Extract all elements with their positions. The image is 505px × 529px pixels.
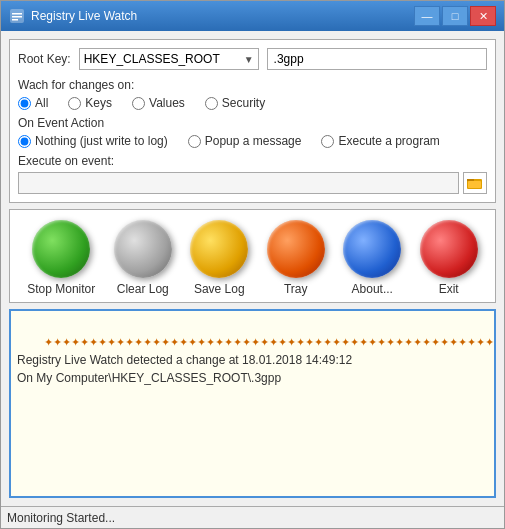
event-section: On Event Action Nothing (just write to l… (18, 116, 487, 148)
key-row: Root Key: HKEY_CLASSES_ROOT HKEY_CURRENT… (18, 48, 487, 70)
maximize-button[interactable]: □ (442, 6, 468, 26)
dropdown-arrow-icon: ▼ (240, 54, 258, 65)
log-line-1: Registry Live Watch detected a change at… (17, 353, 352, 367)
log-separator: ✦✦✦✦✦✦✦✦✦✦✦✦✦✦✦✦✦✦✦✦✦✦✦✦✦✦✦✦✦✦✦✦✦✦✦✦✦✦✦✦… (44, 336, 494, 348)
main-content: Root Key: HKEY_CLASSES_ROOT HKEY_CURRENT… (1, 31, 504, 506)
close-button[interactable]: ✕ (470, 6, 496, 26)
status-text: Monitoring Started... (7, 511, 115, 525)
clear-log-button[interactable] (114, 220, 172, 278)
event-label: On Event Action (18, 116, 487, 130)
execute-label: Execute on event: (18, 154, 487, 168)
tray-label: Tray (284, 282, 308, 296)
watch-section: Wach for changes on: All Keys Values (18, 78, 487, 110)
folder-icon (467, 176, 483, 190)
svg-rect-3 (12, 19, 18, 21)
settings-panel: Root Key: HKEY_CLASSES_ROOT HKEY_CURRENT… (9, 39, 496, 203)
svg-rect-1 (12, 13, 22, 15)
log-content[interactable]: ✦✦✦✦✦✦✦✦✦✦✦✦✦✦✦✦✦✦✦✦✦✦✦✦✦✦✦✦✦✦✦✦✦✦✦✦✦✦✦✦… (11, 311, 494, 496)
save-log-button[interactable] (190, 220, 248, 278)
save-log-group: Save Log (190, 220, 248, 296)
clear-log-group: Clear Log (114, 220, 172, 296)
minimize-button[interactable]: — (414, 6, 440, 26)
exit-button[interactable] (420, 220, 478, 278)
event-execute[interactable]: Execute a program (321, 134, 439, 148)
tray-button[interactable] (267, 220, 325, 278)
watch-values[interactable]: Values (132, 96, 185, 110)
watch-keys[interactable]: Keys (68, 96, 112, 110)
exit-label: Exit (439, 282, 459, 296)
window-controls: — □ ✕ (414, 6, 496, 26)
title-bar: Registry Live Watch — □ ✕ (1, 1, 504, 31)
buttons-panel: Stop Monitor Clear Log Save Log Tray Abo… (9, 209, 496, 303)
svg-rect-2 (12, 16, 22, 18)
app-icon (9, 8, 25, 24)
execute-input[interactable] (18, 172, 459, 194)
exit-group: Exit (420, 220, 478, 296)
window-title: Registry Live Watch (31, 9, 414, 23)
browse-button[interactable] (463, 172, 487, 194)
tray-group: Tray (267, 220, 325, 296)
event-options: Nothing (just write to log) Popup a mess… (18, 134, 487, 148)
about-group: About... (343, 220, 401, 296)
about-label: About... (352, 282, 393, 296)
main-window: Registry Live Watch — □ ✕ Root Key: HKEY… (0, 0, 505, 529)
status-bar: Monitoring Started... (1, 506, 504, 528)
watch-all[interactable]: All (18, 96, 48, 110)
execute-section: Execute on event: (18, 154, 487, 194)
svg-rect-6 (468, 181, 481, 188)
watch-security[interactable]: Security (205, 96, 265, 110)
execute-row (18, 172, 487, 194)
stop-monitor-label: Stop Monitor (27, 282, 95, 296)
clear-log-label: Clear Log (117, 282, 169, 296)
watch-label: Wach for changes on: (18, 78, 487, 92)
about-button[interactable] (343, 220, 401, 278)
event-nothing[interactable]: Nothing (just write to log) (18, 134, 168, 148)
root-key-wrapper: HKEY_CLASSES_ROOT HKEY_CURRENT_USER HKEY… (79, 48, 259, 70)
log-line-2: On My Computer\HKEY_CLASSES_ROOT\.3gpp (17, 371, 281, 385)
stop-monitor-group: Stop Monitor (27, 220, 95, 296)
svg-rect-5 (467, 179, 474, 181)
key-input[interactable] (267, 48, 487, 70)
log-panel: ✦✦✦✦✦✦✦✦✦✦✦✦✦✦✦✦✦✦✦✦✦✦✦✦✦✦✦✦✦✦✦✦✦✦✦✦✦✦✦✦… (9, 309, 496, 498)
save-log-label: Save Log (194, 282, 245, 296)
event-popup[interactable]: Popup a message (188, 134, 302, 148)
stop-monitor-button[interactable] (32, 220, 90, 278)
watch-options: All Keys Values Security (18, 96, 487, 110)
root-key-select[interactable]: HKEY_CLASSES_ROOT HKEY_CURRENT_USER HKEY… (80, 49, 240, 69)
root-key-label: Root Key: (18, 52, 71, 66)
